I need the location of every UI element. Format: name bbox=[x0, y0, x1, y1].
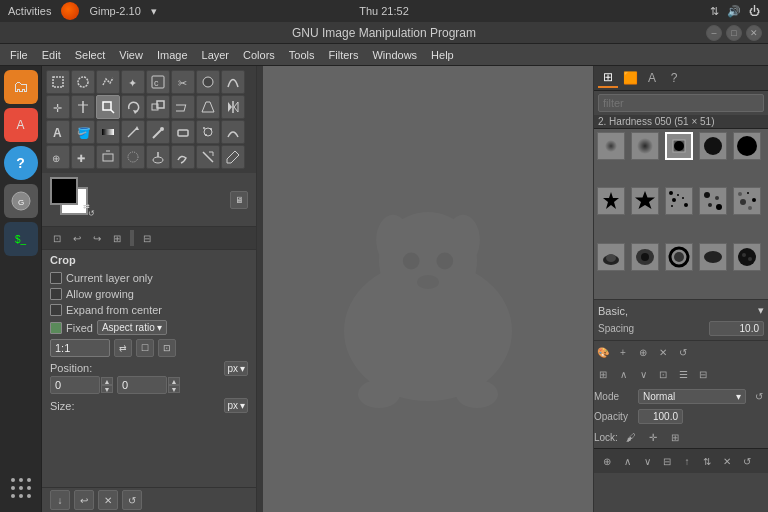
position-x-input[interactable]: 0 bbox=[50, 376, 100, 394]
dock-files[interactable]: 🗂 bbox=[4, 70, 38, 104]
redo-icon[interactable]: ↪ bbox=[88, 229, 106, 247]
tool-pencil[interactable] bbox=[121, 120, 145, 144]
menu-view[interactable]: View bbox=[113, 47, 149, 63]
brushes-tab[interactable]: ⊞ bbox=[598, 68, 618, 88]
brush-nav-icon1[interactable]: ⊞ bbox=[594, 365, 612, 383]
pos-y-up[interactable]: ▲ bbox=[168, 377, 180, 385]
tool-rotate[interactable] bbox=[121, 95, 145, 119]
brush-nav-icon6[interactable]: ⊟ bbox=[694, 365, 712, 383]
mode-extra-icon[interactable]: ↺ bbox=[750, 387, 768, 405]
brush-cell-soft-small[interactable] bbox=[597, 132, 625, 160]
reset-tool-btn[interactable]: ↓ bbox=[50, 490, 70, 510]
brush-cell-star2[interactable] bbox=[631, 187, 659, 215]
tool-align[interactable] bbox=[71, 95, 95, 119]
pos-x-down[interactable]: ▼ bbox=[101, 385, 113, 393]
brush-cell-smear1[interactable] bbox=[597, 243, 625, 271]
copy-brush-icon[interactable]: ⊕ bbox=[634, 343, 652, 361]
brush-nav-icon4[interactable]: ⊡ bbox=[654, 365, 672, 383]
bp-icon8[interactable]: ↺ bbox=[738, 452, 756, 470]
brush-cell-soft-med[interactable] bbox=[631, 132, 659, 160]
refresh-brushes-icon[interactable]: ↺ bbox=[674, 343, 692, 361]
help-panel-tab[interactable]: ? bbox=[664, 68, 684, 88]
tool-scale[interactable] bbox=[146, 95, 170, 119]
lock-alpha-icon[interactable]: ⊞ bbox=[666, 428, 684, 446]
opacity-value[interactable]: 100.0 bbox=[638, 409, 683, 424]
foreground-color[interactable] bbox=[50, 177, 78, 205]
minimize-button[interactable]: – bbox=[706, 25, 722, 41]
monitor-icon[interactable]: ⊡ bbox=[48, 229, 66, 247]
fonts-tab[interactable]: A bbox=[642, 68, 662, 88]
tool-heal[interactable]: ✚ bbox=[71, 145, 95, 169]
tool-dodge[interactable] bbox=[146, 145, 170, 169]
menu-image[interactable]: Image bbox=[151, 47, 194, 63]
brush-cell-scatter3[interactable] bbox=[733, 187, 761, 215]
tool-paintbrush[interactable] bbox=[146, 120, 170, 144]
lock-move-icon[interactable]: ✛ bbox=[644, 428, 662, 446]
brush-cell-smear3[interactable] bbox=[665, 243, 693, 271]
tool-foreground-select[interactable] bbox=[196, 70, 220, 94]
tool-scissors[interactable]: ✂ bbox=[171, 70, 195, 94]
tool-select-by-color[interactable]: c bbox=[146, 70, 170, 94]
brush-nav-icon2[interactable]: ∧ bbox=[614, 365, 632, 383]
swap-ratio-btn[interactable]: ⇄ bbox=[114, 339, 132, 357]
menu-colors[interactable]: Colors bbox=[237, 47, 281, 63]
power-icon[interactable]: ⏻ bbox=[749, 5, 760, 17]
tool-rect-select[interactable] bbox=[46, 70, 70, 94]
tool-bucket[interactable]: 🪣 bbox=[71, 120, 95, 144]
cancel-tool-btn[interactable]: ✕ bbox=[98, 490, 118, 510]
reset-colors-icon[interactable]: ↺ bbox=[88, 209, 95, 218]
tool-shear[interactable] bbox=[171, 95, 195, 119]
dropdown-arrow[interactable]: ▾ bbox=[151, 5, 157, 18]
brush-cell-smear4[interactable] bbox=[699, 243, 727, 271]
tool-perspective-clone[interactable] bbox=[96, 145, 120, 169]
tool-ink[interactable] bbox=[221, 120, 245, 144]
size-unit-select[interactable]: px ▾ bbox=[224, 398, 248, 413]
view-icon[interactable]: ⊞ bbox=[108, 229, 126, 247]
basic-section-title[interactable]: Basic, ▾ bbox=[598, 302, 764, 319]
expand-center-checkbox[interactable] bbox=[50, 304, 62, 316]
lock-paint-icon[interactable]: 🖌 bbox=[622, 428, 640, 446]
bp-icon2[interactable]: ∧ bbox=[618, 452, 636, 470]
tool-smudge[interactable] bbox=[171, 145, 195, 169]
menu-edit[interactable]: Edit bbox=[36, 47, 67, 63]
dock-gimp[interactable]: G bbox=[4, 184, 38, 218]
close-button[interactable]: ✕ bbox=[746, 25, 762, 41]
menu-tools[interactable]: Tools bbox=[283, 47, 321, 63]
display-icon[interactable]: 🖥 bbox=[230, 191, 248, 209]
dock-apps-grid[interactable] bbox=[9, 476, 33, 508]
ratio-input[interactable] bbox=[50, 339, 110, 357]
clear-ratio-btn[interactable]: ☐ bbox=[136, 339, 154, 357]
allow-growing-checkbox[interactable] bbox=[50, 288, 62, 300]
mode-dropdown[interactable]: Normal ▾ bbox=[638, 389, 746, 404]
tool-perspective[interactable] bbox=[196, 95, 220, 119]
bp-icon6[interactable]: ⇅ bbox=[698, 452, 716, 470]
gimp-label[interactable]: Gimp-2.10 bbox=[89, 5, 140, 17]
dock-help[interactable]: ? bbox=[4, 146, 38, 180]
delete-brush-icon[interactable]: ✕ bbox=[654, 343, 672, 361]
position-unit-select[interactable]: px ▾ bbox=[224, 361, 248, 376]
tool-flip[interactable] bbox=[221, 95, 245, 119]
menu-filters[interactable]: Filters bbox=[323, 47, 365, 63]
bp-icon5[interactable]: ↑ bbox=[678, 452, 696, 470]
tool-free-select[interactable] bbox=[96, 70, 120, 94]
tool-colorpick[interactable] bbox=[221, 145, 245, 169]
tool-text[interactable]: A bbox=[46, 120, 70, 144]
brush-filter-input[interactable] bbox=[598, 94, 764, 112]
brush-cell-hard-large[interactable] bbox=[699, 132, 727, 160]
activities-label[interactable]: Activities bbox=[8, 5, 51, 17]
dock-terminal[interactable]: $_ bbox=[4, 222, 38, 256]
brush-cell-star-scatter[interactable] bbox=[665, 187, 693, 215]
tool-eraser[interactable] bbox=[171, 120, 195, 144]
tool-blend[interactable] bbox=[96, 120, 120, 144]
current-layer-checkbox[interactable] bbox=[50, 272, 62, 284]
maximize-button[interactable]: □ bbox=[726, 25, 742, 41]
brush-cell-hard-med[interactable] bbox=[665, 132, 693, 160]
speaker-icon[interactable]: 🔊 bbox=[727, 5, 741, 18]
firefox-icon[interactable] bbox=[61, 2, 79, 20]
canvas-area[interactable] bbox=[263, 66, 593, 512]
undo-tool-btn[interactable]: ↩ bbox=[74, 490, 94, 510]
pos-x-up[interactable]: ▲ bbox=[101, 377, 113, 385]
bp-icon1[interactable]: ⊕ bbox=[598, 452, 616, 470]
brush-cell-star1[interactable] bbox=[597, 187, 625, 215]
confirm-tool-btn[interactable]: ↺ bbox=[122, 490, 142, 510]
